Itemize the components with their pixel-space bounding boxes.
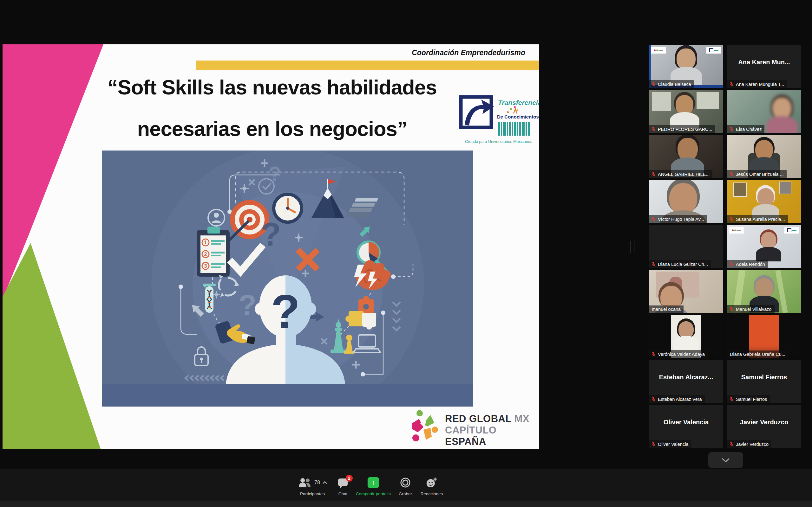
participant-tile[interactable]: Jesús Omar Brizuela ...: [727, 135, 801, 178]
participant-name-label: Diana Gabriela Ureña Cu...: [727, 350, 788, 358]
muted-mic-icon: [729, 216, 734, 222]
participant-tile[interactable]: Susana Aurelia Precia...: [727, 180, 801, 223]
participant-tile[interactable]: Claudia Balseca: [649, 45, 723, 88]
logo-card: [784, 227, 799, 233]
participant-name-text: Elsa Chávez: [736, 127, 762, 132]
slide-title-line1: “Soft Skills las nuevas habilidades: [56, 66, 488, 108]
logo-card: [729, 227, 744, 233]
muted-mic-icon: [729, 126, 734, 132]
participant-name-label: Elsa Chávez: [727, 125, 764, 133]
share-screen-icon: ↑: [368, 477, 379, 488]
participant-tile[interactable]: PEDRO FLORES GARC...: [649, 90, 723, 133]
participant-name-label: Manuel Villalvazo: [727, 305, 774, 313]
toolbar-strip: [0, 501, 812, 507]
tk-logo-tagline: Creado para Universitarios Mexicanos: [462, 139, 535, 144]
participant-name-label: Javier Verduzco: [727, 440, 771, 448]
participant-tile[interactable]: Víctor Hugo Tapia Av...: [649, 180, 723, 223]
participant-display-name: Javier Verduzco: [727, 418, 801, 426]
participant-tile[interactable]: ANGEL GABRIEL HILE...: [649, 135, 723, 178]
red-global-logo: RED GLOBAL MX CAPÍTULO ESPAÑA: [411, 409, 538, 446]
record-icon: [400, 477, 411, 488]
participant-name-label: Ana Karen Munguía T...: [727, 80, 787, 88]
svg-text:?: ?: [268, 163, 281, 185]
barcode-icon: [498, 122, 532, 135]
record-label: Grabar: [399, 492, 412, 496]
slide-green-shape: [3, 234, 110, 449]
share-screen-label: Compartir pantalla: [356, 492, 391, 496]
participant-tile[interactable]: Esteban Alcaraz...Esteban Alcaraz Vera: [649, 360, 723, 403]
svg-text:?: ?: [239, 289, 256, 321]
participant-tile[interactable]: Javier VerduzcoJavier Verduzco: [727, 405, 801, 448]
participants-count: 78: [314, 480, 320, 486]
panel-resize-handle[interactable]: [630, 241, 635, 253]
participant-name-text: Esteban Alcaraz Vera: [658, 397, 702, 402]
gallery-collapse-button[interactable]: [708, 452, 743, 468]
participant-name-label: manuel ocana: [649, 305, 683, 313]
svg-text:?: ?: [261, 216, 281, 252]
participant-tile[interactable]: Oliver ValenciaOliver Valencia: [649, 405, 723, 448]
reactions-button[interactable]: Reacciones: [420, 476, 443, 496]
muted-mic-icon: [651, 351, 656, 357]
transfer-arrow-icon: [458, 93, 496, 134]
participant-tile[interactable]: manuel ocana: [649, 270, 723, 313]
participant-tile[interactable]: Diana Lucia Guizar Ch...: [649, 225, 723, 268]
muted-mic-icon: [729, 441, 734, 447]
chat-button[interactable]: 2 Chat: [337, 476, 349, 496]
participant-name-label: Diana Lucia Guizar Ch...: [649, 260, 711, 268]
muted-mic-icon: [729, 306, 734, 312]
svg-text:2: 2: [204, 251, 207, 257]
participant-name-text: Diana Lucia Guizar Ch...: [658, 262, 708, 267]
participant-name-label: Oliver Valencia: [649, 440, 691, 448]
muted-mic-icon: [651, 171, 656, 177]
participants-icon: [298, 477, 312, 488]
muted-mic-icon: [729, 81, 734, 87]
participant-name-text: Adela Rendón: [736, 262, 765, 267]
chat-unread-badge: 2: [346, 475, 353, 482]
participant-name-label: Verónica Valdez Adaya: [649, 350, 708, 358]
participant-tile[interactable]: Samuel FierrosSamuel Fierros: [727, 360, 801, 403]
svg-text:1: 1: [204, 240, 207, 245]
participants-label: Participantes: [300, 492, 325, 496]
slide-title-line2: necesarias en los negocios”: [56, 108, 488, 150]
participant-name-text: Jesús Omar Brizuela ...: [736, 172, 784, 177]
meeting-window: Coordinación Emprendedurismo “Soft Skill…: [0, 0, 812, 507]
participant-name-text: Susana Aurelia Precia...: [736, 217, 785, 222]
participant-tile[interactable]: Elsa Chávez: [727, 90, 801, 133]
participant-tile[interactable]: Verónica Valdez Adaya: [649, 315, 723, 358]
tk-logo-line1: Transferencia: [498, 99, 539, 107]
participant-display-name: Esteban Alcaraz...: [649, 374, 723, 381]
participant-name-label: Adela Rendón: [727, 260, 768, 268]
rg-line2-light: CAPÍTULO: [445, 425, 496, 436]
chevron-down-icon: [721, 458, 730, 463]
reactions-icon: [425, 476, 438, 489]
participant-name-text: Ana Karen Munguía T...: [736, 82, 784, 87]
participant-tile[interactable]: Ana Karen Mun...Ana Karen Munguía T...: [727, 45, 801, 88]
red-global-icon: [411, 409, 443, 444]
record-button[interactable]: Grabar: [399, 476, 412, 496]
participant-tile[interactable]: Manuel Villalvazo: [727, 270, 801, 313]
participant-name-text: Samuel Fierros: [736, 397, 767, 402]
muted-mic-icon: [651, 396, 656, 402]
muted-mic-icon: [729, 262, 734, 267]
participant-tile[interactable]: Diana Gabriela Ureña Cu...: [727, 315, 801, 358]
participant-name-text: PEDRO FLORES GARC...: [658, 127, 712, 132]
slide-header-text: Coordinación Emprendedurismo: [412, 49, 525, 57]
participant-name-label: Samuel Fierros: [727, 395, 770, 403]
participant-name-text: manuel ocana: [652, 307, 681, 312]
chat-label: Chat: [339, 492, 348, 496]
participant-name-label: Esteban Alcaraz Vera: [649, 395, 705, 403]
chevron-up-icon[interactable]: [322, 481, 327, 484]
window-light: [652, 92, 671, 111]
share-screen-button[interactable]: ↑ Compartir pantalla: [356, 476, 391, 496]
participant-name-text: Javier Verduzco: [736, 442, 768, 447]
picture-frame: [779, 181, 792, 194]
muted-mic-icon: [651, 216, 656, 222]
participant-name-label: PEDRO FLORES GARC...: [649, 125, 715, 133]
participant-name-text: Diana Gabriela Ureña Cu...: [730, 352, 785, 357]
participant-name-label: Víctor Hugo Tapia Av...: [649, 215, 707, 223]
participant-tile[interactable]: Adela Rendón: [727, 225, 801, 268]
svg-text:?: ?: [271, 285, 300, 338]
participant-name-label: Susana Aurelia Precia...: [727, 215, 788, 223]
participants-button[interactable]: 78 Participantes: [298, 476, 327, 496]
shared-slide: Coordinación Emprendedurismo “Soft Skill…: [3, 44, 539, 449]
